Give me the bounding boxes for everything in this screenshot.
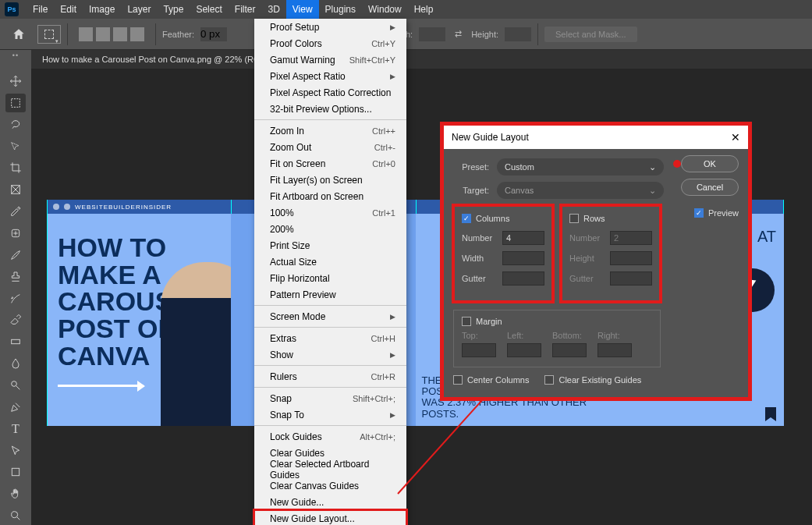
clear-existing-checkbox[interactable] bbox=[544, 375, 554, 385]
menuitem-fit-artboard-on-screen[interactable]: Fit Artboard on Screen bbox=[254, 188, 406, 204]
columns-checkbox[interactable] bbox=[462, 214, 471, 223]
feather-input[interactable] bbox=[200, 27, 227, 41]
gradient-tool-icon[interactable] bbox=[5, 332, 26, 351]
height-input[interactable] bbox=[505, 27, 531, 41]
menuitem-proof-colors[interactable]: Proof ColorsCtrl+Y bbox=[254, 35, 406, 51]
menu-plugins[interactable]: Plugins bbox=[319, 0, 362, 19]
stamp-tool-icon[interactable] bbox=[5, 268, 26, 286]
margin-top-input bbox=[462, 343, 496, 357]
menuitem-pixel-aspect-ratio[interactable]: Pixel Aspect Ratio▶ bbox=[254, 68, 406, 84]
cancel-button[interactable]: Cancel bbox=[681, 179, 739, 196]
menuitem-extras[interactable]: ExtrasCtrl+H bbox=[254, 330, 406, 346]
swap-icon[interactable]: ⇄ bbox=[455, 29, 462, 39]
menu-3d[interactable]: 3D bbox=[261, 0, 285, 19]
menuitem-clear-selected-artboard-guides[interactable]: Clear Selected Artboard Guides bbox=[254, 461, 406, 477]
menuitem-new-guide-layout[interactable]: New Guide Layout... bbox=[254, 510, 406, 525]
preset-label: Preset: bbox=[453, 162, 489, 172]
preset-dropdown[interactable]: Custom⌄ bbox=[497, 158, 664, 176]
menuitem-100[interactable]: 100%Ctrl+1 bbox=[254, 204, 406, 221]
menuitem-lock-guides[interactable]: Lock GuidesAlt+Ctrl+; bbox=[254, 428, 406, 445]
crop-tool-icon[interactable] bbox=[5, 158, 26, 177]
menuitem-pixel-aspect-ratio-correction[interactable]: Pixel Aspect Ratio Correction bbox=[254, 84, 406, 101]
margin-checkbox[interactable] bbox=[462, 317, 471, 326]
healing-tool-icon[interactable] bbox=[5, 224, 26, 243]
menuitem-zoom-in[interactable]: Zoom InCtrl++ bbox=[254, 122, 406, 139]
panel4-text: AT bbox=[757, 228, 776, 246]
brush-tool-icon[interactable] bbox=[5, 246, 26, 264]
lasso-tool-icon[interactable] bbox=[5, 115, 26, 134]
menuitem-rulers[interactable]: RulersCtrl+R bbox=[254, 368, 406, 385]
width-input[interactable] bbox=[419, 27, 445, 41]
menuitem-fit-layer-s-on-screen[interactable]: Fit Layer(s) on Screen bbox=[254, 172, 406, 188]
blur-tool-icon[interactable] bbox=[5, 354, 26, 373]
menu-image[interactable]: Image bbox=[83, 0, 121, 19]
margin-group: Margin Top: Left: Bottom: Right: bbox=[453, 310, 661, 367]
columns-gutter-input[interactable] bbox=[502, 271, 544, 286]
rows-checkbox[interactable] bbox=[569, 214, 579, 223]
dodge-tool-icon[interactable] bbox=[5, 376, 26, 395]
menuitem-show[interactable]: Show▶ bbox=[254, 346, 406, 363]
hand-tool-icon[interactable] bbox=[5, 484, 26, 503]
marquee-tool-preset[interactable] bbox=[37, 25, 61, 44]
view-menu-dropdown: Proof Setup▶Proof ColorsCtrl+YGamut Warn… bbox=[254, 19, 406, 525]
shape-tool-icon[interactable] bbox=[5, 463, 26, 481]
close-icon[interactable]: ✕ bbox=[731, 131, 740, 144]
ok-button[interactable]: OK bbox=[681, 155, 739, 172]
menu-window[interactable]: Window bbox=[362, 0, 408, 19]
eraser-tool-icon[interactable] bbox=[5, 310, 26, 329]
menuitem-zoom-out[interactable]: Zoom OutCtrl+- bbox=[254, 139, 406, 155]
pen-tool-icon[interactable] bbox=[5, 398, 26, 417]
dialog-titlebar[interactable]: New Guide Layout ✕ bbox=[444, 126, 748, 149]
bookmark-icon bbox=[765, 407, 776, 421]
rows-number-input bbox=[610, 231, 652, 245]
menuitem-proof-setup[interactable]: Proof Setup▶ bbox=[254, 19, 406, 35]
menuitem-screen-mode[interactable]: Screen Mode▶ bbox=[254, 308, 406, 325]
rows-gutter-input bbox=[610, 271, 652, 286]
menu-layer[interactable]: Layer bbox=[121, 0, 157, 19]
menuitem-print-size[interactable]: Print Size bbox=[254, 237, 406, 254]
select-and-mask-button[interactable]: Select and Mask... bbox=[544, 27, 637, 42]
menu-type[interactable]: Type bbox=[157, 0, 190, 19]
frame-tool-icon[interactable] bbox=[5, 180, 26, 199]
menuitem-new-guide[interactable]: New Guide... bbox=[254, 494, 406, 510]
menuitem-gamut-warning[interactable]: Gamut WarningShift+Ctrl+Y bbox=[254, 51, 406, 68]
rows-height-input bbox=[610, 251, 652, 265]
preview-label: Preview bbox=[708, 208, 739, 218]
brand-text: WEBSITEBUILDERINSIDER bbox=[75, 204, 172, 211]
center-columns-checkbox[interactable] bbox=[453, 375, 463, 385]
move-tool-icon[interactable] bbox=[5, 72, 26, 90]
menuitem-200[interactable]: 200% bbox=[254, 221, 406, 237]
menu-view[interactable]: View bbox=[286, 0, 319, 19]
quick-select-tool-icon[interactable] bbox=[5, 137, 26, 156]
eyedropper-tool-icon[interactable] bbox=[5, 202, 26, 221]
menu-help[interactable]: Help bbox=[408, 0, 440, 19]
menuitem-actual-size[interactable]: Actual Size bbox=[254, 254, 406, 270]
menuitem-32-bit-preview-options[interactable]: 32-bit Preview Options... bbox=[254, 101, 406, 117]
menuitem-flip-horizontal[interactable]: Flip Horizontal bbox=[254, 270, 406, 286]
menuitem-snap-to[interactable]: Snap To▶ bbox=[254, 406, 406, 423]
svg-rect-5 bbox=[12, 469, 19, 476]
history-brush-icon[interactable] bbox=[5, 289, 26, 308]
menu-filter[interactable]: Filter bbox=[229, 0, 262, 19]
path-select-tool-icon[interactable] bbox=[5, 442, 26, 460]
target-label: Target: bbox=[453, 186, 489, 195]
new-guide-layout-dialog: New Guide Layout ✕ OK Cancel Preview Pre… bbox=[444, 126, 748, 397]
columns-width-input[interactable] bbox=[502, 251, 544, 265]
menuitem-fit-on-screen[interactable]: Fit on ScreenCtrl+0 bbox=[254, 155, 406, 172]
menuitem-snap[interactable]: SnapShift+Ctrl+; bbox=[254, 390, 406, 406]
menu-select[interactable]: Select bbox=[190, 0, 228, 19]
selection-mode-buttons[interactable] bbox=[74, 27, 149, 41]
type-tool-icon[interactable]: T bbox=[5, 420, 26, 438]
zoom-tool-icon[interactable] bbox=[5, 506, 26, 525]
menuitem-pattern-preview[interactable]: Pattern Preview bbox=[254, 286, 406, 303]
columns-number-input[interactable] bbox=[502, 231, 544, 245]
home-icon[interactable] bbox=[6, 22, 31, 47]
marquee-tool-icon[interactable] bbox=[5, 94, 26, 112]
preview-checkbox[interactable] bbox=[694, 208, 704, 218]
target-dropdown[interactable]: Canvas⌄ bbox=[497, 182, 664, 199]
arrow-icon bbox=[58, 385, 144, 387]
menu-file[interactable]: File bbox=[27, 0, 54, 19]
rows-title: Rows bbox=[583, 214, 605, 223]
menu-edit[interactable]: Edit bbox=[54, 0, 83, 19]
document-tab[interactable]: How to make a Carousel Post on Canva.png… bbox=[34, 50, 284, 69]
